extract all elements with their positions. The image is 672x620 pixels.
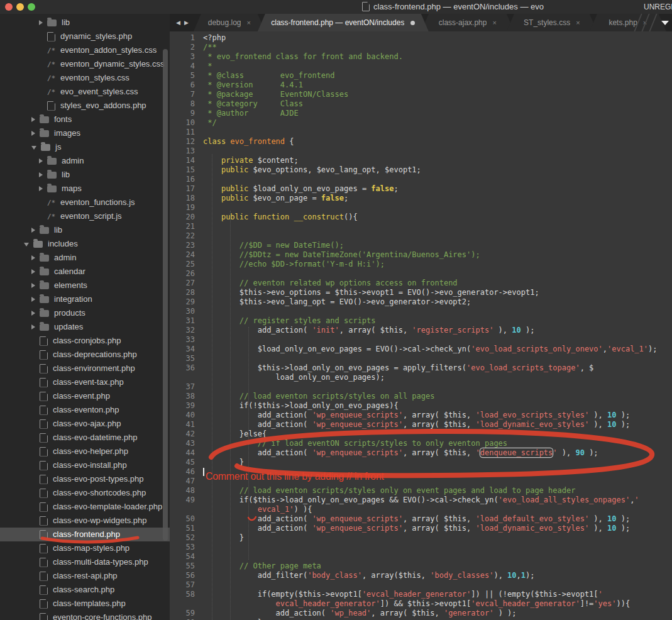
chevron-right-icon[interactable] <box>39 20 43 25</box>
code-line-58[interactable]: 58 if(empty($this->evopt1['evcal_header_… <box>170 590 672 599</box>
code-line-5[interactable]: 5 * @class evo_frontend <box>170 71 672 80</box>
code-line-35[interactable]: 35 <box>170 354 672 363</box>
sidebar-item-class-rest-api.php[interactable]: class-rest-api.php <box>0 569 170 583</box>
sidebar-item-eventon_functions.js[interactable]: /*eventon_functions.js <box>0 196 170 209</box>
sidebar-item-eventon_addon_styles.css[interactable]: /*eventon_addon_styles.css <box>0 43 170 57</box>
tab-class-ajax.php[interactable]: class-ajax.php× <box>421 14 514 31</box>
code-line-3[interactable]: 3 * evo_frontend class for front and bac… <box>170 52 672 62</box>
code-line-30[interactable]: 30 <box>170 307 672 316</box>
code-line-13[interactable]: 13 <box>170 147 672 156</box>
sidebar-item-eventon_script.js[interactable]: /*eventon_script.js <box>0 209 170 223</box>
sidebar-item-dynamic_styles.php[interactable]: dynamic_styles.php <box>0 30 170 43</box>
code-line-7[interactable]: 7 * @package EventON/Classes <box>170 90 672 99</box>
code-line-10[interactable]: 10 */ <box>170 118 672 128</box>
sidebar-item-maps[interactable]: maps <box>0 182 170 196</box>
code-line-18[interactable]: 18 public $evo_on_page = false; <box>170 194 672 203</box>
sidebar-item-eventon_dynamic_styles.css[interactable]: /*eventon_dynamic_styles.css <box>0 57 170 71</box>
sidebar-item-class-map-styles.php[interactable]: class-map-styles.php <box>0 541 170 555</box>
chevron-right-icon[interactable] <box>31 117 35 122</box>
code-line-17[interactable]: 17 public $load_only_on_evo_pages = fals… <box>170 184 672 194</box>
code-line-14[interactable]: 14 private $content; <box>170 156 672 165</box>
code-line-29[interactable]: 29 $this->evo_lang_opt = EVO()->evo_gene… <box>170 297 672 307</box>
chevron-right-icon[interactable] <box>31 324 35 329</box>
code-line-54[interactable]: 54 <box>170 552 672 562</box>
tab-class-frontend.php[interactable]: class-frontend.php — eventON/includes <box>258 14 429 31</box>
code-line-48[interactable]: 48 // load eventon scripts/styles only o… <box>170 486 672 495</box>
sidebar-item-eventon-core-functions.php[interactable]: eventon-core-functions.php <box>0 611 170 620</box>
sidebar-item-class-templates.php[interactable]: class-templates.php <box>0 597 170 611</box>
sidebar-item-class-evo-install.php[interactable]: class-evo-install.php <box>0 458 170 472</box>
code-line-27[interactable]: 27 // eventon related wp options access … <box>170 279 672 288</box>
code-line-31[interactable]: 31 // register styles and scripts <box>170 316 672 326</box>
tab-debug.log[interactable]: debug.log× <box>194 14 265 31</box>
sidebar-item-elements[interactable]: elements <box>0 279 170 292</box>
chevron-down-icon[interactable] <box>24 243 29 246</box>
chevron-right-icon[interactable] <box>31 269 35 274</box>
code-line-11[interactable]: 11 <box>170 128 672 137</box>
code-line-8[interactable]: 8 * @category Class <box>170 99 672 109</box>
sidebar-item-class-event.php[interactable]: class-event.php <box>0 389 170 403</box>
close-tab-icon[interactable]: × <box>576 19 580 26</box>
code-line-39[interactable]: 39 if(!$this->load_only_on_evo_pages){ <box>170 401 672 411</box>
code-line-32[interactable]: 32 add_action( 'init', array( $this, 're… <box>170 326 672 335</box>
sidebar-item-class-evo-datetime.php[interactable]: class-evo-datetime.php <box>0 431 170 445</box>
sidebar-item-class-evo-post-types.php[interactable]: class-evo-post-types.php <box>0 472 170 486</box>
sidebar-item-class-environment.php[interactable]: class-environment.php <box>0 362 170 375</box>
chevron-right-icon[interactable] <box>39 158 43 163</box>
code-line-51[interactable]: 51 add_action( 'wp_enqueue_scripts', arr… <box>170 524 672 533</box>
code-line-38[interactable]: 38 // load eventon scripts/styles on all… <box>170 392 672 401</box>
code-line-56[interactable]: 56 add_filter('body_class', array($this,… <box>170 571 672 580</box>
code-line-55[interactable]: 55 // Other page meta <box>170 562 672 571</box>
code-line-20[interactable]: 20 public function __construct(){ <box>170 213 672 222</box>
code-line-50[interactable]: 50 add_action( 'wp_enqueue_scripts', arr… <box>170 514 672 524</box>
chevron-right-icon[interactable] <box>31 283 35 288</box>
code-line-wrap[interactable]: evcal_header_generator']) && $this->evop… <box>170 599 672 609</box>
zoom-window-icon[interactable] <box>28 3 35 11</box>
sidebar-item-class-evo-shortcodes.php[interactable]: class-evo-shortcodes.php <box>0 486 170 500</box>
code-line-59[interactable]: 59 add_action( 'wp_head', array( $this, … <box>170 609 672 618</box>
close-tab-icon[interactable]: × <box>246 19 250 26</box>
code-line-15[interactable]: 15 public $evo_options, $evo_lang_opt, $… <box>170 165 672 175</box>
code-line-12[interactable]: 12class evo_frontend { <box>170 137 672 147</box>
code-line-24[interactable]: 24 //$DDtz = new DateTimeZone('Argentina… <box>170 250 672 260</box>
code-line-25[interactable]: 25 //echo $DD->format('Y-m-d H:i'); <box>170 260 672 269</box>
code-line-28[interactable]: 28 $this->evo_options = $this->evopt1 = … <box>170 288 672 297</box>
code-line-49[interactable]: 49 if($this->load_only_on_evo_pages && E… <box>170 495 672 505</box>
code-line-44[interactable]: 44 add_action( 'wp_enqueue_scripts', arr… <box>170 448 672 458</box>
sidebar-item-eventon_styles.css[interactable]: /*eventon_styles.css <box>0 71 170 85</box>
sidebar-item-calendar[interactable]: calendar <box>0 265 170 279</box>
code-line-wrap[interactable]: evcal_1') ){ <box>170 505 672 514</box>
sidebar-item-updates[interactable]: updates <box>0 320 170 334</box>
code-line-6[interactable]: 6 * @version 4.4.1 <box>170 80 672 90</box>
sidebar-item-lib[interactable]: lib <box>0 16 170 30</box>
tab-STstyles.css[interactable]: ST_styles.css× <box>507 14 597 31</box>
code-line-41[interactable]: 41 add_action( 'wp_enqueue_scripts', arr… <box>170 420 672 429</box>
close-window-icon[interactable] <box>5 3 13 11</box>
chevron-right-icon[interactable] <box>31 228 35 233</box>
chevron-down-icon[interactable] <box>31 146 36 150</box>
chevron-right-icon[interactable] <box>31 297 35 302</box>
code-line-57[interactable]: 57 <box>170 580 672 590</box>
sidebar-item-admin[interactable]: admin <box>0 154 170 168</box>
sidebar-item-class-cronjobs.php[interactable]: class-cronjobs.php <box>0 334 170 348</box>
code-line-52[interactable]: 52 } <box>170 533 672 543</box>
code-line-2[interactable]: 2/** <box>170 43 672 52</box>
chevron-right-icon[interactable] <box>31 255 35 260</box>
chevron-right-icon[interactable] <box>39 172 43 177</box>
close-tab-icon[interactable]: × <box>492 19 496 26</box>
sidebar-item-class-deprecations.php[interactable]: class-deprecations.php <box>0 348 170 362</box>
sidebar-item-lib[interactable]: lib <box>0 223 170 237</box>
code-line-4[interactable]: 4 * <box>170 62 672 71</box>
sidebar-scrollbar-thumb[interactable] <box>163 49 168 541</box>
code-line-45[interactable]: 45 } <box>170 458 672 467</box>
code-line-16[interactable]: 16 <box>170 175 672 184</box>
minimize-window-icon[interactable] <box>16 3 24 11</box>
code-line-19[interactable]: 19 <box>170 203 672 213</box>
code-line-40[interactable]: 40 add_action( 'wp_enqueue_scripts', arr… <box>170 411 672 420</box>
sidebar-item-class-frontend.php[interactable]: class-frontend.php <box>0 528 170 541</box>
code-line-33[interactable]: 33 <box>170 335 672 345</box>
code-line-1[interactable]: 1<?php <box>170 33 672 43</box>
sidebar-item-class-multi-data-types.php[interactable]: class-multi-data-types.php <box>0 555 170 569</box>
code-line-23[interactable]: 23 //$DD = new DateTime(); <box>170 241 672 250</box>
tab-prev-icon[interactable]: ◀ <box>176 19 180 26</box>
